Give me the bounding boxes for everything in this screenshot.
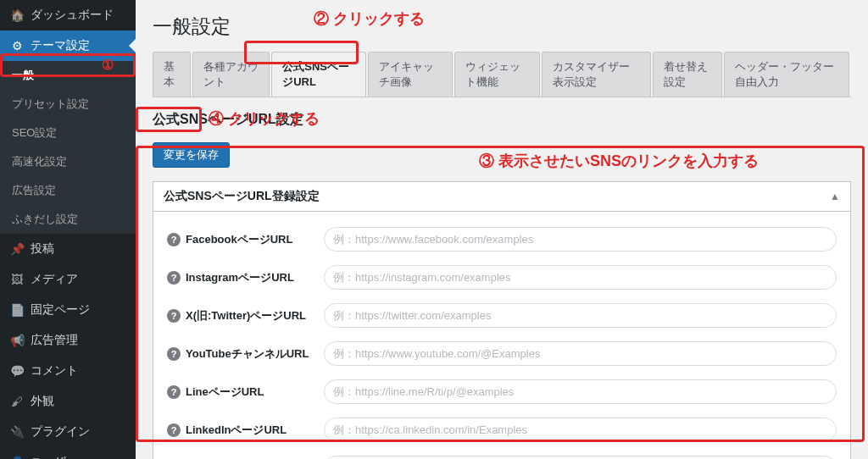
sidebar-item-media[interactable]: 🖼メディア (0, 264, 136, 295)
field-pinterest-input[interactable] (324, 456, 837, 459)
sidebar-item-plugins-label: プラグイン (31, 424, 90, 440)
save-button[interactable]: 変更を保存 (153, 142, 230, 168)
field-linkedin-label: ? LinkedInページURL (167, 423, 324, 438)
postbox-body: ? FacebookページURL ? InstagramページURL ? X(旧… (153, 212, 850, 459)
tab-header-footer[interactable]: ヘッダー・フッター自由入力 (724, 52, 849, 97)
sidebar-item-comments-icon: 💬 (8, 362, 25, 379)
tab-bar: 基本各種アカウント公式SNSページURLアイキャッチ画像ウィジェット機能カスタマ… (153, 52, 851, 97)
help-icon[interactable]: ? (167, 309, 181, 323)
help-icon[interactable]: ? (167, 271, 181, 285)
sidebar-item-comments[interactable]: 💬コメント (0, 356, 136, 386)
sidebar-item-users-icon: 👤 (8, 454, 25, 459)
postbox-header: 公式SNSページURL登録設定 ▲ (153, 182, 850, 212)
main-content: 一般設定 基本各種アカウント公式SNSページURLアイキャッチ画像ウィジェット機… (136, 0, 868, 459)
sidebar-sub-seo[interactable]: SEO設定 (0, 119, 136, 147)
field-facebook-input[interactable] (324, 227, 837, 252)
tab-eyecatch[interactable]: アイキャッチ画像 (368, 52, 453, 97)
help-icon[interactable]: ? (167, 385, 181, 399)
field-x-twitter-row: ? X(旧:Twitter)ページURL (167, 296, 837, 335)
sidebar-item-users-label: ユーザー (31, 455, 78, 459)
sidebar-item-dashboard[interactable]: 🏠ダッシュボード (0, 0, 136, 30)
annotation-3-text: ③ 表示させたいSNSのリンクを入力する (479, 151, 759, 171)
field-instagram-input[interactable] (324, 265, 837, 290)
sidebar-item-pages[interactable]: 📄固定ページ (0, 295, 136, 325)
sidebar-item-dashboard-label: ダッシュボード (31, 8, 114, 23)
sidebar-item-comments-label: コメント (31, 363, 78, 379)
field-line-label: ? LineページURL (167, 384, 324, 400)
sidebar-item-users[interactable]: 👤ユーザー (0, 447, 136, 459)
sidebar-item-appearance-label: 外観 (31, 394, 54, 409)
field-youtube-row: ? YouTubeチャンネルURL (167, 335, 837, 373)
field-facebook-row: ? FacebookページURL (167, 220, 837, 258)
sidebar-item-appearance[interactable]: 🖌外観 (0, 386, 136, 417)
sidebar-sub-preset[interactable]: プリセット設定 (0, 90, 136, 119)
field-instagram-row: ? InstagramページURL (167, 258, 837, 296)
field-facebook-label: ? FacebookページURL (167, 232, 324, 247)
field-x-twitter-input[interactable] (324, 303, 837, 328)
postbox-toggle-icon[interactable]: ▲ (830, 191, 840, 202)
sidebar-item-media-icon: 🖼 (8, 271, 25, 288)
help-icon[interactable]: ? (167, 423, 181, 437)
sidebar-item-pages-icon: 📄 (8, 301, 25, 318)
tab-basic[interactable]: 基本 (153, 52, 191, 97)
sidebar-item-ad-manage-label: 広告管理 (31, 333, 78, 348)
field-youtube-label: ? YouTubeチャンネルURL (167, 346, 324, 362)
sidebar-sub-ads[interactable]: 広告設定 (0, 176, 136, 205)
field-line-row: ? LineページURL (167, 373, 837, 411)
field-pinterest-row: ? PinterestページURL (167, 449, 837, 459)
sidebar-item-ad-manage[interactable]: 📢広告管理 (0, 325, 136, 356)
sidebar-item-dashboard-icon: 🏠 (8, 7, 25, 24)
sidebar-item-posts-icon: 📌 (8, 241, 25, 257)
field-instagram-label: ? InstagramページURL (167, 270, 324, 285)
field-x-twitter-label: ? X(旧:Twitter)ページURL (167, 308, 324, 324)
sidebar-item-theme-settings-icon: ⚙ (8, 37, 25, 54)
sidebar-item-theme-settings-label: テーマ設定 (31, 38, 90, 53)
field-linkedin-input[interactable] (324, 418, 837, 442)
sidebar-item-posts[interactable]: 📌投稿 (0, 234, 136, 264)
field-youtube-input[interactable] (324, 341, 837, 366)
tab-customizer[interactable]: カスタマイザー表示設定 (542, 52, 651, 97)
sidebar-item-plugins[interactable]: 🔌プラグイン (0, 417, 136, 447)
field-line-input[interactable] (324, 379, 837, 404)
help-icon[interactable]: ? (167, 347, 181, 361)
sidebar-item-theme-settings[interactable]: ⚙テーマ設定 (0, 30, 136, 61)
tab-sns-url[interactable]: 公式SNSページURL (271, 52, 365, 97)
postbox-title: 公式SNSページURL登録設定 (164, 189, 320, 204)
sidebar-item-media-label: メディア (31, 272, 78, 287)
sidebar-item-appearance-icon: 🖌 (8, 393, 25, 410)
sidebar-item-posts-label: 投稿 (31, 241, 54, 257)
field-linkedin-row: ? LinkedInページURL (167, 411, 837, 449)
tab-dress[interactable]: 着せ替え設定 (653, 52, 722, 97)
tab-widget[interactable]: ウィジェット機能 (454, 52, 540, 97)
admin-sidebar: 🏠ダッシュボード⚙テーマ設定 一般プリセット設定SEO設定高速化設定広告設定ふき… (0, 0, 136, 459)
sidebar-item-ad-manage-icon: 📢 (8, 332, 25, 349)
sidebar-item-plugins-icon: 🔌 (8, 423, 25, 440)
section-title: 公式SNSページURL設定 (153, 111, 851, 129)
page-title: 一般設定 (153, 14, 851, 40)
sidebar-sub-general[interactable]: 一般 (0, 61, 136, 90)
sns-url-postbox: 公式SNSページURL登録設定 ▲ ? FacebookページURL ? Ins… (153, 181, 851, 459)
sidebar-sub-balloon[interactable]: ふきだし設定 (0, 205, 136, 234)
tab-accounts[interactable]: 各種アカウント (192, 52, 270, 97)
sidebar-sub-speed[interactable]: 高速化設定 (0, 147, 136, 176)
help-icon[interactable]: ? (167, 233, 181, 246)
sidebar-item-pages-label: 固定ページ (31, 302, 90, 318)
